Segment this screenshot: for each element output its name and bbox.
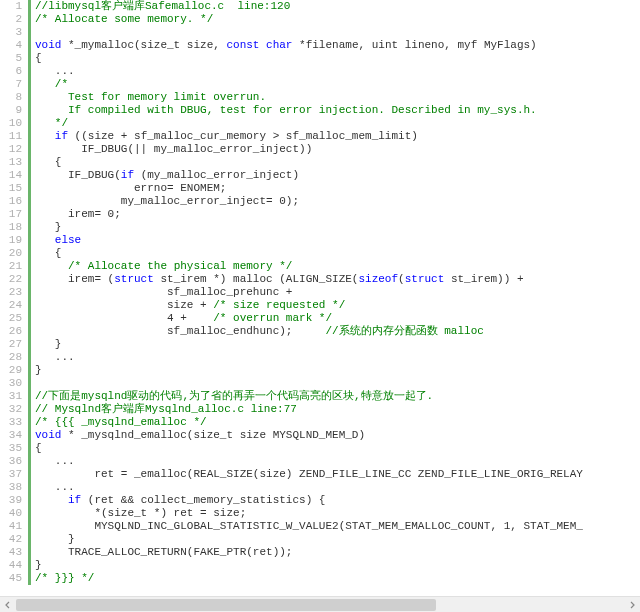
- code-line: 28 ...: [0, 351, 640, 364]
- code-line: 44}: [0, 559, 640, 572]
- change-marker: [28, 143, 31, 156]
- code-content: */: [35, 117, 68, 130]
- code-content: errno= ENOMEM;: [35, 182, 226, 195]
- line-number: 1: [0, 0, 28, 13]
- line-number: 2: [0, 13, 28, 26]
- change-marker: [28, 273, 31, 286]
- line-number: 4: [0, 39, 28, 52]
- change-marker: [28, 52, 31, 65]
- line-number: 12: [0, 143, 28, 156]
- code-content: irem= (struct st_irem *) malloc (ALIGN_S…: [35, 273, 524, 286]
- code-content: TRACE_ALLOC_RETURN(FAKE_PTR(ret));: [35, 546, 292, 559]
- line-number: 25: [0, 312, 28, 325]
- line-number: 15: [0, 182, 28, 195]
- code-line: 22 irem= (struct st_irem *) malloc (ALIG…: [0, 273, 640, 286]
- code-content: /* }}} */: [35, 572, 94, 585]
- code-line: 39 if (ret && collect_memory_statistics)…: [0, 494, 640, 507]
- change-marker: [28, 455, 31, 468]
- change-marker: [28, 377, 31, 390]
- change-marker: [28, 26, 31, 39]
- code-content: //libmysql客户端库Safemalloc.c line:120: [35, 0, 290, 13]
- line-number: 10: [0, 117, 28, 130]
- line-number: 37: [0, 468, 28, 481]
- change-marker: [28, 91, 31, 104]
- code-line: 10 */: [0, 117, 640, 130]
- change-marker: [28, 299, 31, 312]
- code-content: ret = _emalloc(REAL_SIZE(size) ZEND_FILE…: [35, 468, 583, 481]
- code-content: MYSQLND_INC_GLOBAL_STATISTIC_W_VALUE2(ST…: [35, 520, 583, 533]
- code-content: ...: [35, 65, 75, 78]
- code-content: sf_malloc_endhunc); //系统的内存分配函数 malloc: [35, 325, 484, 338]
- code-line: 25 4 + /* overrun mark */: [0, 312, 640, 325]
- change-marker: [28, 247, 31, 260]
- line-number: 26: [0, 325, 28, 338]
- change-marker: [28, 520, 31, 533]
- code-line: 32// Mysqlnd客户端库Mysqlnd_alloc.c line:77: [0, 403, 640, 416]
- code-line: 2/* Allocate some memory. */: [0, 13, 640, 26]
- code-line: 12 IF_DBUG(|| my_malloc_error_inject)): [0, 143, 640, 156]
- change-marker: [28, 494, 31, 507]
- line-number: 17: [0, 208, 28, 221]
- change-marker: [28, 104, 31, 117]
- change-marker: [28, 572, 31, 585]
- change-marker: [28, 338, 31, 351]
- code-content: void *_mymalloc(size_t size, const char …: [35, 39, 537, 52]
- line-number: 16: [0, 195, 28, 208]
- scrollbar-track[interactable]: [16, 597, 624, 613]
- line-number: 40: [0, 507, 28, 520]
- code-content: /*: [35, 78, 68, 91]
- line-number: 34: [0, 429, 28, 442]
- line-number: 6: [0, 65, 28, 78]
- horizontal-scrollbar[interactable]: [0, 596, 640, 612]
- code-content: // Mysqlnd客户端库Mysqlnd_alloc.c line:77: [35, 403, 297, 416]
- code-content: my_malloc_error_inject= 0);: [35, 195, 299, 208]
- code-content: sf_malloc_prehunc +: [35, 286, 292, 299]
- change-marker: [28, 481, 31, 494]
- change-marker: [28, 156, 31, 169]
- code-content: irem= 0;: [35, 208, 121, 221]
- code-line: 45/* }}} */: [0, 572, 640, 585]
- code-content: }: [35, 221, 61, 234]
- change-marker: [28, 468, 31, 481]
- code-content: ...: [35, 455, 75, 468]
- line-number: 36: [0, 455, 28, 468]
- code-line: 43 TRACE_ALLOC_RETURN(FAKE_PTR(ret));: [0, 546, 640, 559]
- code-content: /* {{{ _mysqlnd_emalloc */: [35, 416, 207, 429]
- change-marker: [28, 442, 31, 455]
- code-line: 5{: [0, 52, 640, 65]
- line-number: 33: [0, 416, 28, 429]
- code-line: 29}: [0, 364, 640, 377]
- line-number: 30: [0, 377, 28, 390]
- line-number: 41: [0, 520, 28, 533]
- code-line: 19 else: [0, 234, 640, 247]
- change-marker: [28, 364, 31, 377]
- scroll-right-button[interactable]: [624, 597, 640, 613]
- code-line: 13 {: [0, 156, 640, 169]
- code-content: 4 + /* overrun mark */: [35, 312, 332, 325]
- code-line: 6 ...: [0, 65, 640, 78]
- code-line: 3: [0, 26, 640, 39]
- scroll-left-button[interactable]: [0, 597, 16, 613]
- code-line: 17 irem= 0;: [0, 208, 640, 221]
- code-content: ...: [35, 351, 75, 364]
- line-number: 38: [0, 481, 28, 494]
- line-number: 29: [0, 364, 28, 377]
- change-marker: [28, 182, 31, 195]
- change-marker: [28, 403, 31, 416]
- code-line: 23 sf_malloc_prehunc +: [0, 286, 640, 299]
- code-block: 1//libmysql客户端库Safemalloc.c line:1202/* …: [0, 0, 640, 596]
- change-marker: [28, 169, 31, 182]
- code-line: 21 /* Allocate the physical memory */: [0, 260, 640, 273]
- change-marker: [28, 208, 31, 221]
- code-line: 40 *(size_t *) ret = size;: [0, 507, 640, 520]
- change-marker: [28, 78, 31, 91]
- scrollbar-thumb[interactable]: [16, 599, 436, 611]
- line-number: 22: [0, 273, 28, 286]
- change-marker: [28, 546, 31, 559]
- change-marker: [28, 325, 31, 338]
- line-number: 14: [0, 169, 28, 182]
- line-number: 21: [0, 260, 28, 273]
- line-number: 28: [0, 351, 28, 364]
- code-line: 41 MYSQLND_INC_GLOBAL_STATISTIC_W_VALUE2…: [0, 520, 640, 533]
- code-content: size + /* size requested */: [35, 299, 345, 312]
